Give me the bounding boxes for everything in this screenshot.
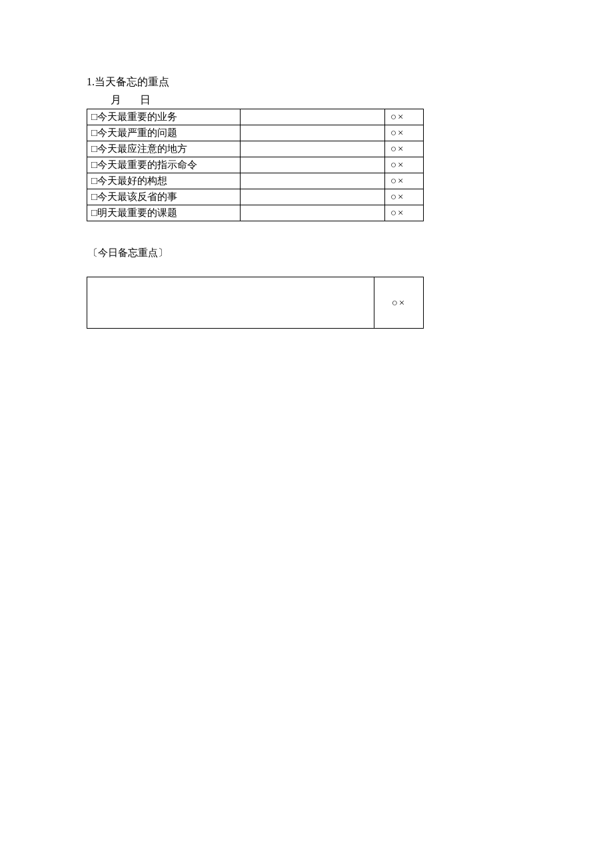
row-label: □今天最应注意的地方 — [87, 141, 241, 157]
day-label: 日 — [140, 94, 151, 105]
row-mark: ○× — [385, 141, 424, 157]
row-value — [240, 205, 385, 221]
row-label: □明天最重要的课题 — [87, 205, 241, 221]
sub-section-title: 〔今日备忘重点〕 — [87, 247, 613, 259]
row-mark: ○× — [385, 157, 424, 173]
table-row: □今天最重要的业务 ○× — [87, 109, 424, 125]
table-row: □今天最该反省的事 ○× — [87, 189, 424, 205]
table-row: ○× — [87, 277, 424, 329]
row-label: □今天最严重的问题 — [87, 125, 241, 141]
memo-content — [87, 277, 374, 329]
row-value — [240, 141, 385, 157]
today-memo-table: ○× — [87, 277, 424, 329]
row-mark: ○× — [385, 125, 424, 141]
row-value — [240, 125, 385, 141]
row-value — [240, 109, 385, 125]
row-mark: ○× — [385, 173, 424, 189]
row-mark: ○× — [385, 205, 424, 221]
section-title: 1.当天备忘的重点 — [87, 75, 613, 89]
table-row: □今天最应注意的地方 ○× — [87, 141, 424, 157]
memo-mark: ○× — [374, 277, 424, 329]
table-row: □明天最重要的课题 ○× — [87, 205, 424, 221]
table-row: □今天最重要的指示命令 ○× — [87, 157, 424, 173]
row-value — [240, 189, 385, 205]
date-line: 月日 — [87, 93, 613, 107]
memo-points-table: □今天最重要的业务 ○× □今天最严重的问题 ○× □今天最应注意的地方 ○× … — [87, 109, 424, 221]
row-value — [240, 173, 385, 189]
table-row: □今天最好的构想 ○× — [87, 173, 424, 189]
table-row: □今天最严重的问题 ○× — [87, 125, 424, 141]
row-mark: ○× — [385, 189, 424, 205]
row-label: □今天最该反省的事 — [87, 189, 241, 205]
row-label: □今天最重要的业务 — [87, 109, 241, 125]
row-value — [240, 157, 385, 173]
month-label: 月 — [111, 94, 121, 105]
row-label: □今天最好的构想 — [87, 173, 241, 189]
row-label: □今天最重要的指示命令 — [87, 157, 241, 173]
row-mark: ○× — [385, 109, 424, 125]
